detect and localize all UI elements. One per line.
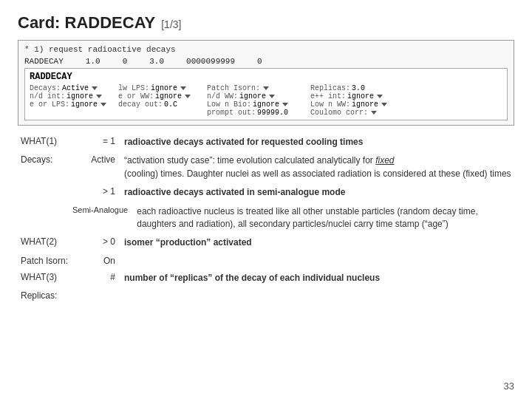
decays-label2: Decays: xyxy=(21,154,72,165)
semi-analogue-desc: each radioactive nucleus is treated like… xyxy=(137,205,511,231)
card-col-5: 0 xyxy=(257,57,262,66)
what3-desc: number of “replicas” of the decay of eac… xyxy=(124,272,511,284)
param-lw-lps: lw LPS: ignore xyxy=(118,84,200,92)
prompt-out-val: 99999.0 xyxy=(257,109,288,117)
param-replicas: Replicas: 3.0 xyxy=(310,84,399,92)
nd-int-val: ignore xyxy=(66,92,93,100)
e-ww-val: ignore xyxy=(155,92,182,100)
what3-val: # xyxy=(72,272,124,282)
patch-isomer-arrow xyxy=(263,86,269,90)
eplus-int-arrow xyxy=(377,95,383,98)
lw-lps-label: lw LPS: xyxy=(118,84,149,92)
section-gt1: > 1 radioactive decays activated in semi… xyxy=(21,186,511,199)
what1-label: WHAT(1) xyxy=(21,136,72,146)
nd-int-label: n/d int: xyxy=(30,92,65,100)
e-lps-label: e or LPS: xyxy=(30,100,69,109)
nd-ww-arrow xyxy=(269,95,275,98)
nd-ww-label: n/d WW: xyxy=(207,92,238,100)
low-n-bio-val: ignore xyxy=(253,100,279,109)
what3-desc-bold: number of “replicas” of the decay of eac… xyxy=(124,273,380,283)
param-coulomb: Coulomo corr: xyxy=(310,109,399,117)
param-nd-int: n/d int: ignore xyxy=(30,92,111,100)
param-low-n-ww: Low n WW: ignore xyxy=(310,100,399,109)
param-e-ww: e or WW: ignore xyxy=(118,92,200,100)
param-decay-out: decay out: 0.C xyxy=(118,100,200,109)
fixed-text: fixed xyxy=(375,155,394,166)
param-prompt-out: prompt out: 99999.0 xyxy=(207,109,303,117)
section-semi-analogue: Semi-Analogue each radioactive nucleus i… xyxy=(21,205,511,231)
semi-analogue-val: Semi-Analogue xyxy=(72,205,137,214)
what2-val: > 0 xyxy=(72,236,124,247)
card-box: * 1) request radioactive decays RADDECAY… xyxy=(18,40,514,126)
low-n-ww-arrow xyxy=(381,103,387,106)
param-low-n-bio: Low n Bio: ignore xyxy=(207,100,303,109)
lw-lps-val: ignore xyxy=(151,84,177,92)
patch-isorn-label2: Patch Isorn: xyxy=(21,256,72,266)
section-what1: WHAT(1) = 1 radioactive decays activated… xyxy=(21,136,511,149)
low-n-bio-label: Low n Bio: xyxy=(207,100,251,109)
page: Card: RADDECAY [1/3] * 1) request radioa… xyxy=(0,0,532,399)
prompt-out-label: prompt out: xyxy=(207,109,256,117)
patch-isomer-label: Patch Isorn: xyxy=(207,84,260,92)
replicas-label: Replicas: xyxy=(310,84,350,92)
section-what3: WHAT(3) # number of “replicas” of the de… xyxy=(21,272,511,284)
section-replicas: Replicas: xyxy=(21,290,511,301)
eplus-int-label: e++ int: xyxy=(310,92,346,100)
section-what2: WHAT(2) > 0 isomer “production” activate… xyxy=(21,236,511,249)
decays-arrow xyxy=(92,86,98,90)
replicas-val: 3.0 xyxy=(352,84,365,92)
card-col-2: 0 xyxy=(123,57,128,66)
raddecay-inner-title: RADDECAY xyxy=(30,72,502,82)
e-ww-arrow xyxy=(185,95,191,98)
e-lps-val: ignore xyxy=(71,100,98,109)
card-data-row: RADDECAY 1.0 0 3.0 0000099999 0 xyxy=(24,57,508,66)
replicas-label2: Replicas: xyxy=(21,290,72,301)
lw-lps-arrow xyxy=(180,86,186,90)
card-col-3: 3.0 xyxy=(149,57,164,66)
param-patch-isomer: Patch Isorn: xyxy=(207,84,303,92)
page-number: 33 xyxy=(504,381,514,392)
page-title: Card: RADDECAY xyxy=(18,13,155,33)
what2-desc: isomer “production” activated xyxy=(124,236,511,249)
decays-active-val: Active xyxy=(72,154,124,165)
raddecay-inner-box: RADDECAY Decays: Active n/d int: ignore xyxy=(24,68,508,120)
patch-isorn-val: On xyxy=(72,256,124,266)
e-lps-arrow xyxy=(100,103,106,106)
low-n-ww-label: Low n WW: xyxy=(310,100,350,109)
decays-label: Decays: xyxy=(30,84,61,92)
param-e-lps: e or LPS: ignore xyxy=(30,100,111,109)
card-col-1: 1.0 xyxy=(86,57,100,66)
nd-int-arrow xyxy=(96,95,102,98)
low-n-ww-val: ignore xyxy=(352,100,378,109)
eplus-int-val: ignore xyxy=(347,92,374,100)
what2-desc-bold: isomer “production” activated xyxy=(124,237,252,248)
card-col-4: 0000099999 xyxy=(186,57,235,66)
what1-val: = 1 xyxy=(72,136,124,146)
card-col-0: RADDECAY xyxy=(24,57,64,66)
gt1-desc-bold: radioactive decays activated in semi-ana… xyxy=(124,187,345,197)
decays-val: Active xyxy=(62,84,89,92)
what1-desc: radioactive decays activated for request… xyxy=(124,136,511,149)
nd-ww-val: ignore xyxy=(239,92,266,100)
what1-desc-bold: radioactive decays activated for request… xyxy=(124,137,363,147)
gt1-val: > 1 xyxy=(72,186,124,197)
title-row: Card: RADDECAY [1/3] xyxy=(18,13,514,33)
e-ww-label: e or WW: xyxy=(118,92,154,100)
gt1-desc: radioactive decays activated in semi-ana… xyxy=(124,186,511,199)
low-n-bio-arrow xyxy=(282,103,288,106)
coulomb-label: Coulomo corr: xyxy=(310,109,368,117)
param-eplus-int: e++ int: ignore xyxy=(310,92,399,100)
param-nd-ww: n/d WW: ignore xyxy=(207,92,303,100)
decay-out-label: decay out: xyxy=(118,100,163,109)
decay-out-val: 0.C xyxy=(164,100,177,109)
section-decays-active: Decays: Active “activation study case”: … xyxy=(21,154,511,180)
what3-label: WHAT(3) xyxy=(21,272,72,282)
page-title-num: [1/3] xyxy=(161,18,181,30)
card-comment: * 1) request radioactive decays xyxy=(24,45,508,54)
coulomb-arrow xyxy=(371,111,377,115)
main-content: WHAT(1) = 1 radioactive decays activated… xyxy=(18,136,514,301)
param-decays: Decays: Active xyxy=(30,84,111,92)
section-patch-isorn: Patch Isorn: On xyxy=(21,256,511,266)
what2-label: WHAT(2) xyxy=(21,236,72,247)
decays-active-desc: “activation study case”: time evolution … xyxy=(124,154,511,180)
